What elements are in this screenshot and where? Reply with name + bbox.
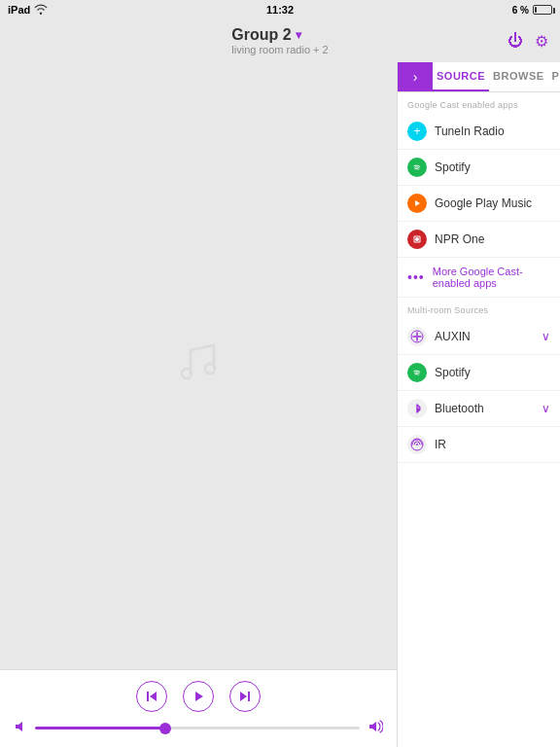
wifi-icon xyxy=(34,4,48,17)
panel-tabs: › SOURCE BROWSE PRESETS xyxy=(398,62,560,92)
source-panel: › SOURCE BROWSE PRESETS Google Cast enab… xyxy=(397,62,560,747)
svg-point-5 xyxy=(415,237,419,241)
battery-fill xyxy=(535,7,537,13)
music-note-icon xyxy=(169,331,228,401)
svg-rect-10 xyxy=(147,692,149,701)
header-icons: ⏻ ⚙ xyxy=(508,32,548,51)
transport-controls xyxy=(136,681,261,712)
status-left: iPad xyxy=(8,4,48,17)
status-bar: iPad 11:32 6 % xyxy=(0,0,560,19)
source-item-gplay[interactable]: Google Play Music xyxy=(398,186,560,222)
auxin-icon xyxy=(407,327,427,346)
header: Group 2 ▾ living room radio + 2 ⏻ ⚙ xyxy=(0,19,560,62)
npr-icon xyxy=(407,230,427,249)
tab-source[interactable]: SOURCE xyxy=(433,62,489,91)
google-cast-section-label: Google Cast enabled apps xyxy=(398,92,560,114)
gplay-label: Google Play Music xyxy=(435,196,550,210)
tab-browse[interactable]: BROWSE xyxy=(489,62,548,91)
spotify-multi-label: Spotify xyxy=(435,366,550,379)
source-item-spotify-multi[interactable]: Spotify xyxy=(398,355,560,391)
play-button[interactable] xyxy=(183,681,214,712)
prev-button[interactable] xyxy=(136,681,167,712)
source-item-tunein[interactable]: + TuneIn Radio xyxy=(398,114,560,150)
tab-presets[interactable]: PRESETS xyxy=(548,62,560,91)
group-subtitle: living room radio + 2 xyxy=(231,44,328,55)
source-item-bluetooth[interactable]: Bluetooth ∨ xyxy=(398,391,560,427)
volume-control xyxy=(14,720,383,736)
bluetooth-label: Bluetooth xyxy=(435,402,534,415)
bluetooth-chevron-icon: ∨ xyxy=(542,402,550,415)
panel-toggle-arrow[interactable]: › xyxy=(398,62,433,91)
main-playback-area xyxy=(0,62,397,669)
source-item-ir[interactable]: IR xyxy=(398,427,560,463)
source-item-npr[interactable]: NPR One xyxy=(398,222,560,258)
next-button[interactable] xyxy=(229,681,261,712)
battery-icon xyxy=(533,5,552,15)
playback-controls xyxy=(0,669,397,747)
svg-point-9 xyxy=(416,444,418,445)
volume-slider[interactable] xyxy=(35,727,360,729)
more-dots-icon: ••• xyxy=(407,269,425,285)
spotify-multi-icon xyxy=(407,363,427,382)
more-cast-label: More Google Cast-enabled apps xyxy=(433,266,550,289)
spotify-cast-label: Spotify xyxy=(435,160,550,174)
volume-max-icon xyxy=(368,720,383,736)
status-right: 6 % xyxy=(512,5,552,16)
volume-min-icon xyxy=(14,720,27,736)
dropdown-icon: ▾ xyxy=(296,28,301,42)
battery-percent-label: 6 % xyxy=(512,5,529,16)
carrier-label: iPad xyxy=(8,4,30,16)
svg-rect-11 xyxy=(248,692,250,701)
tunein-label: TuneIn Radio xyxy=(435,124,550,138)
power-icon[interactable]: ⏻ xyxy=(508,32,523,50)
npr-label: NPR One xyxy=(435,232,550,246)
tunein-icon: + xyxy=(407,122,427,141)
group-selector[interactable]: Group 2 ▾ living room radio + 2 xyxy=(231,26,328,55)
gplay-icon xyxy=(407,194,427,213)
status-time: 11:32 xyxy=(48,4,512,16)
multiroom-section-label: Multi-room Sources xyxy=(398,298,560,319)
group-name-label: Group 2 xyxy=(231,26,291,44)
ir-label: IR xyxy=(435,438,550,451)
ir-icon xyxy=(407,435,427,454)
spotify-cast-icon xyxy=(407,158,427,177)
settings-icon[interactable]: ⚙ xyxy=(535,32,548,51)
source-item-spotify[interactable]: Spotify xyxy=(398,150,560,186)
volume-thumb[interactable] xyxy=(159,723,171,734)
more-cast-apps[interactable]: ••• More Google Cast-enabled apps xyxy=(398,258,560,298)
auxin-chevron-icon: ∨ xyxy=(542,330,550,343)
source-item-auxin[interactable]: AUXIN ∨ xyxy=(398,319,560,355)
source-content: Google Cast enabled apps + TuneIn Radio … xyxy=(398,92,560,747)
auxin-label: AUXIN xyxy=(435,330,534,343)
bluetooth-icon xyxy=(407,399,427,418)
